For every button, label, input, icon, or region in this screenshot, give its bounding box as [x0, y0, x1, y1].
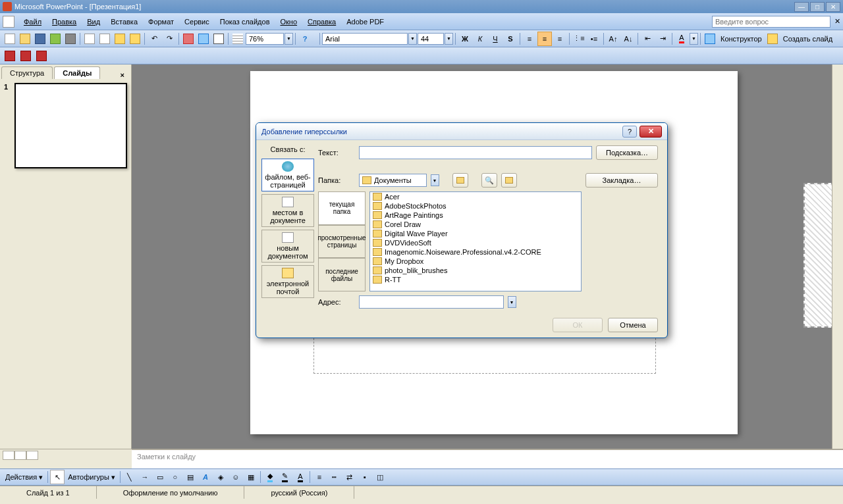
slideshow-view-button[interactable]: [26, 451, 38, 460]
thumbnail-item[interactable]: 1: [4, 83, 127, 168]
tables-borders-button[interactable]: [211, 32, 226, 46]
vertical-scrollbar[interactable]: [832, 64, 843, 449]
minimize-button[interactable]: —: [794, 2, 809, 12]
italic-button[interactable]: К: [473, 32, 487, 46]
select-tool[interactable]: ↖: [50, 470, 65, 484]
font-color-dropdown[interactable]: ▼: [690, 33, 698, 45]
file-item[interactable]: Imagenomic.Noiseware.Professional.v4.2-C…: [370, 247, 581, 257]
actions-menu[interactable]: Действия ▾: [3, 473, 45, 482]
close-button[interactable]: ✕: [826, 2, 840, 12]
font-size-combo[interactable]: 44: [418, 33, 444, 45]
file-item[interactable]: Acer: [370, 192, 581, 201]
bullets-button[interactable]: •≡: [587, 32, 601, 46]
help-search-input[interactable]: [712, 16, 830, 28]
file-item[interactable]: Corel Draw: [370, 220, 581, 229]
format-painter-button[interactable]: [128, 32, 142, 46]
line-style-tool[interactable]: ≡: [312, 470, 327, 484]
increase-indent-button[interactable]: ⇥: [655, 32, 670, 46]
paste-button[interactable]: [113, 32, 127, 46]
designer-icon[interactable]: [703, 32, 717, 46]
tab-slides[interactable]: Слайды: [54, 66, 100, 79]
increase-font-button[interactable]: A↑: [606, 32, 620, 46]
file-item[interactable]: My Dropbox: [370, 257, 581, 266]
line-tool[interactable]: ╲: [122, 470, 137, 484]
display-text-input[interactable]: [359, 146, 592, 159]
permission-button[interactable]: [48, 32, 63, 46]
bookmark-button[interactable]: Закладка…: [585, 173, 658, 188]
chart-button[interactable]: [181, 32, 196, 46]
sorter-view-button[interactable]: [14, 451, 26, 460]
undo-button[interactable]: ↶: [147, 32, 161, 46]
folder-dropdown[interactable]: ▼: [431, 174, 439, 186]
ok-button[interactable]: ОК: [553, 318, 603, 332]
redo-button[interactable]: ↷: [162, 32, 177, 46]
new-slide-icon[interactable]: [765, 32, 780, 46]
tab-close-button[interactable]: ×: [118, 71, 127, 79]
font-size-dropdown[interactable]: ▼: [445, 33, 453, 45]
picture-tool[interactable]: ▦: [244, 470, 258, 484]
font-dropdown[interactable]: ▼: [408, 33, 417, 45]
browse-tab-viewed[interactable]: просмотренные страницы: [318, 225, 366, 259]
link-type-place[interactable]: местом в документе: [261, 194, 314, 227]
zoom-combo[interactable]: 76%: [246, 33, 284, 45]
browse-tab-current[interactable]: текущая папка: [318, 191, 366, 225]
address-dropdown[interactable]: ▼: [508, 296, 516, 308]
browse-web-button[interactable]: 🔍: [481, 173, 497, 188]
status-language[interactable]: русский (Россия): [244, 486, 354, 499]
arrow-style-tool[interactable]: ⇄: [342, 470, 357, 484]
file-item[interactable]: AdobeStockPhotos: [370, 201, 581, 211]
dialog-close-button[interactable]: ✕: [639, 126, 662, 138]
menu-edit[interactable]: Правка: [47, 16, 82, 28]
pdf-review-button[interactable]: [34, 49, 49, 63]
file-list[interactable]: AcerAdobeStockPhotosArtRage PaintingsCor…: [369, 191, 582, 291]
underline-button[interactable]: Ч: [488, 32, 503, 46]
system-menu-icon[interactable]: [3, 16, 14, 28]
menu-window[interactable]: Окно: [275, 16, 303, 28]
cut-button[interactable]: [82, 32, 97, 46]
arrow-tool[interactable]: →: [138, 470, 152, 484]
textbox-tool[interactable]: ▤: [183, 470, 198, 484]
browse-file-button[interactable]: [501, 173, 517, 188]
table-button[interactable]: [196, 32, 211, 46]
new-slide-button[interactable]: Создать слайд: [780, 35, 835, 43]
thumbnail-preview[interactable]: [14, 83, 127, 168]
menu-insert[interactable]: Вставка: [105, 16, 143, 28]
align-left-button[interactable]: ≡: [522, 32, 537, 46]
file-item[interactable]: DVDVideoSoft: [370, 238, 581, 247]
pdf-convert-button[interactable]: [3, 49, 17, 63]
font-color-tool[interactable]: A: [293, 470, 308, 484]
link-type-new-doc[interactable]: новым документом: [261, 230, 314, 263]
shadow-button[interactable]: S: [503, 32, 518, 46]
new-button[interactable]: [3, 32, 17, 46]
dialog-help-button[interactable]: ?: [622, 126, 637, 138]
copy-button[interactable]: [97, 32, 112, 46]
dash-style-tool[interactable]: ┅: [327, 470, 342, 484]
menu-help[interactable]: Справка: [302, 16, 341, 28]
menu-adobe-pdf[interactable]: Adobe PDF: [341, 16, 389, 28]
file-item[interactable]: Digital Wave Player: [370, 229, 581, 238]
browse-tab-recent[interactable]: последние файлы: [318, 258, 366, 291]
oval-tool[interactable]: ○: [168, 470, 182, 484]
link-type-email[interactable]: электронной почтой: [261, 265, 314, 298]
file-item[interactable]: photo_blik_brushes: [370, 266, 581, 275]
menu-view[interactable]: Вид: [82, 16, 105, 28]
print-button[interactable]: [63, 32, 78, 46]
font-color-button[interactable]: A: [674, 32, 689, 46]
rectangle-tool[interactable]: ▭: [153, 470, 167, 484]
menu-slideshow[interactable]: Показ слайдов: [215, 16, 275, 28]
font-combo[interactable]: Arial: [322, 33, 408, 45]
line-color-tool[interactable]: ✎: [278, 470, 292, 484]
wordart-tool[interactable]: A: [198, 470, 213, 484]
grid-button[interactable]: [231, 32, 245, 46]
fill-color-tool[interactable]: ◆: [263, 470, 277, 484]
doc-close-button[interactable]: ✕: [834, 17, 840, 26]
address-input[interactable]: [359, 295, 504, 309]
menu-service[interactable]: Сервис: [179, 16, 215, 28]
menu-format[interactable]: Формат: [143, 16, 179, 28]
3d-style-tool[interactable]: ◫: [373, 470, 387, 484]
notes-pane[interactable]: Заметки к слайду: [132, 449, 843, 468]
zoom-dropdown[interactable]: ▼: [285, 33, 293, 45]
screentip-button[interactable]: Подсказка…: [596, 145, 658, 160]
save-button[interactable]: [33, 32, 47, 46]
decrease-indent-button[interactable]: ⇤: [640, 32, 655, 46]
